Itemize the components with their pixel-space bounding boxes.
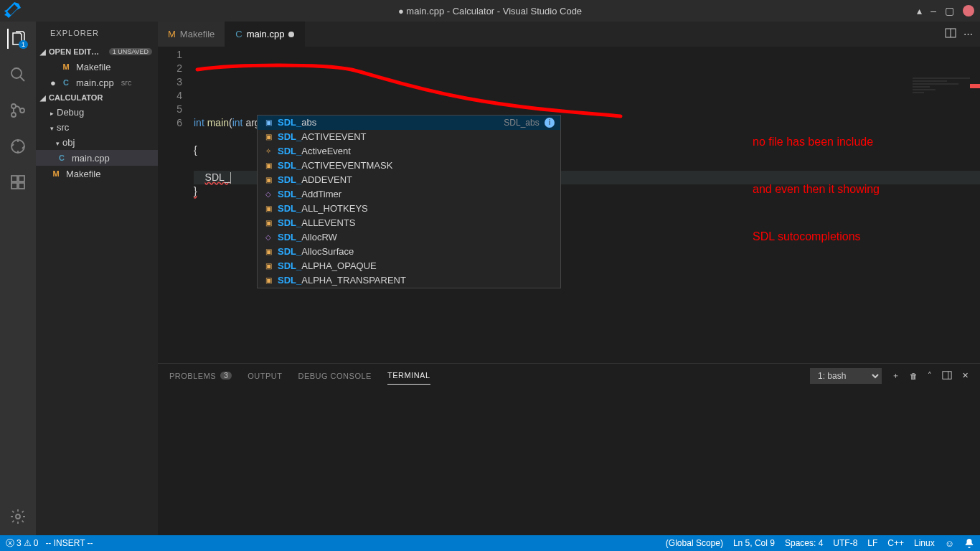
suggest-kind-icon: ▣ [263, 161, 273, 171]
line-number: 3 [158, 75, 182, 89]
suggest-item[interactable]: ◇SDL_AddTimer [258, 187, 560, 202]
minimap[interactable] [913, 50, 970, 93]
annotation-line: SDL sutocompletions [753, 229, 880, 245]
suggest-kind-icon: ▣ [263, 261, 273, 271]
svg-rect-6 [19, 176, 24, 182]
terminal-body[interactable] [158, 387, 980, 535]
makefile-icon: M [60, 61, 72, 72]
collapse-icon[interactable]: ▴ [917, 5, 922, 17]
workspace-section[interactable]: ◢ CALCULATOR [36, 90, 158, 105]
suggest-item[interactable]: ▣SDL_ALPHA_OPAQUE [258, 259, 560, 273]
suggest-item[interactable]: ◇SDL_AllocRW [258, 230, 560, 245]
status-cursor-pos[interactable]: Ln 5, Col 9 [733, 538, 775, 549]
move-panel-icon[interactable] [942, 370, 952, 382]
suggest-item[interactable]: ▣SDL_ACTIVEEVENTMASK [258, 159, 560, 173]
file-label: Makefile [66, 169, 100, 179]
problems-count-badge: 3 [220, 372, 232, 380]
folder-obj[interactable]: obj [36, 135, 158, 150]
suggest-item[interactable]: ▣SDL_ALL_HOTKEYS [258, 202, 560, 216]
suggest-kind-icon: ▣ [263, 132, 273, 142]
suggest-kind-icon: ▣ [263, 204, 273, 214]
tab-maincpp[interactable]: C main.cpp [225, 22, 305, 47]
suggest-label: SDL_abs [278, 116, 316, 129]
error-marker[interactable] [970, 84, 980, 88]
panel-tab-label: PROBLEMS [169, 372, 216, 380]
suggest-widget[interactable]: ▣SDL_absSDL_abs i▣SDL_ACTIVEEVENT✧SDL_Ac… [257, 115, 561, 288]
suggest-label: SDL_ALPHA_OPAQUE [278, 260, 377, 273]
suggest-item[interactable]: ▣SDL_AllocSurface [258, 245, 560, 259]
suggest-label: SDL_AllocRW [278, 231, 337, 244]
code-editor[interactable]: 1 2 3 4 5 6 int main(int argv,char argv)… [158, 47, 980, 363]
status-eol[interactable]: LF [867, 538, 877, 549]
info-icon[interactable]: i [545, 118, 555, 128]
close-icon[interactable] [963, 5, 974, 17]
folder-debug[interactable]: Debug [36, 105, 158, 120]
suggest-label: SDL_ACTIVEEVENT [278, 131, 367, 143]
open-editor-label: main.cpp [76, 77, 114, 88]
line-number: 1 [158, 48, 182, 62]
extensions-icon[interactable] [8, 172, 28, 192]
warning-icon: ⚠ [24, 538, 32, 548]
close-panel-icon[interactable]: ✕ [962, 371, 969, 380]
suggest-label: SDL_ALPHA_TRANSPARENT [278, 274, 406, 287]
svg-point-2 [11, 113, 16, 117]
folder-open-icon: src [50, 122, 69, 133]
tab-makefile[interactable]: M Makefile [158, 22, 225, 47]
folder-src[interactable]: src [36, 120, 158, 135]
file-maincpp[interactable]: C main.cpp [36, 150, 158, 166]
settings-icon[interactable] [8, 507, 28, 527]
chevron-down-icon: ◢ [40, 94, 46, 102]
code-line [194, 62, 980, 75]
error-icon: ⓧ [6, 537, 14, 550]
suggest-label: SDL_ADDEVENT [278, 174, 352, 187]
terminal-select[interactable]: 1: bash [810, 368, 882, 384]
panel-tab-terminal[interactable]: TERMINAL [387, 371, 430, 385]
notifications-icon[interactable] [964, 538, 974, 549]
suggest-kind-icon: ◇ [263, 232, 273, 242]
maximize-icon[interactable]: ▢ [945, 5, 954, 17]
search-icon[interactable] [8, 65, 28, 85]
panel-tab-problems[interactable]: PROBLEMS 3 [169, 372, 232, 380]
suggest-item[interactable]: ▣SDL_absSDL_abs i [258, 116, 560, 130]
editor-tabs: M Makefile C main.cpp ⋯ [158, 22, 980, 47]
maximize-panel-icon[interactable]: ˄ [928, 371, 932, 380]
cpp-icon: C [60, 77, 72, 88]
status-os[interactable]: Linux [914, 538, 935, 549]
svg-rect-5 [11, 176, 17, 182]
unsaved-badge: 1 UNSAVED [109, 48, 152, 55]
status-bar: ⓧ3 ⚠0 -- INSERT -- (Global Scope) Ln 5, … [0, 535, 980, 551]
open-editor-makefile[interactable]: M Makefile [36, 59, 158, 75]
open-editors-label: OPEN EDIT… [49, 47, 99, 56]
file-makefile[interactable]: M Makefile [36, 166, 158, 182]
suggest-item[interactable]: ▣SDL_ALPHA_TRANSPARENT [258, 273, 560, 288]
open-editor-maincpp[interactable]: ● C main.cpp src [36, 75, 158, 90]
status-scope[interactable]: (Global Scope) [666, 538, 723, 549]
suggest-item[interactable]: ✧SDL_ActiveEvent [258, 144, 560, 159]
chevron-down-icon: ◢ [40, 48, 46, 56]
status-indent[interactable]: Spaces: 4 [785, 538, 823, 549]
code-content[interactable]: int main(int argv,char argv) { SDL_ } ▣S… [194, 47, 980, 363]
suggest-kind-icon: ◇ [263, 189, 273, 199]
status-encoding[interactable]: UTF-8 [833, 538, 857, 549]
suggest-item[interactable]: ▣SDL_ALLEVENTS [258, 216, 560, 230]
folder-icon: Debug [50, 107, 84, 118]
dirty-indicator-icon [288, 32, 294, 37]
open-editors-section[interactable]: ◢ OPEN EDIT… 1 UNSAVED [36, 44, 158, 59]
new-terminal-icon[interactable]: ＋ [892, 370, 900, 381]
more-icon[interactable]: ⋯ [963, 29, 973, 39]
minimize-icon[interactable]: – [930, 5, 936, 17]
panel-tab-output[interactable]: OUTPUT [248, 372, 282, 380]
panel-tab-debug[interactable]: DEBUG CONSOLE [298, 372, 371, 380]
kill-terminal-icon[interactable]: 🗑 [910, 372, 918, 380]
activity-bar: 1 [0, 22, 36, 535]
source-control-icon[interactable] [8, 100, 28, 121]
feedback-icon[interactable]: ☺ [945, 538, 954, 549]
suggest-item[interactable]: ▣SDL_ADDEVENT [258, 173, 560, 187]
status-language[interactable]: C++ [887, 538, 904, 549]
status-errors[interactable]: ⓧ3 ⚠0 [6, 537, 38, 550]
split-editor-icon[interactable] [945, 27, 956, 41]
debug-icon[interactable] [8, 136, 28, 156]
editor-group: M Makefile C main.cpp ⋯ 1 2 3 4 5 [158, 22, 980, 535]
code-line [194, 89, 980, 103]
suggest-item[interactable]: ▣SDL_ACTIVEEVENT [258, 130, 560, 144]
